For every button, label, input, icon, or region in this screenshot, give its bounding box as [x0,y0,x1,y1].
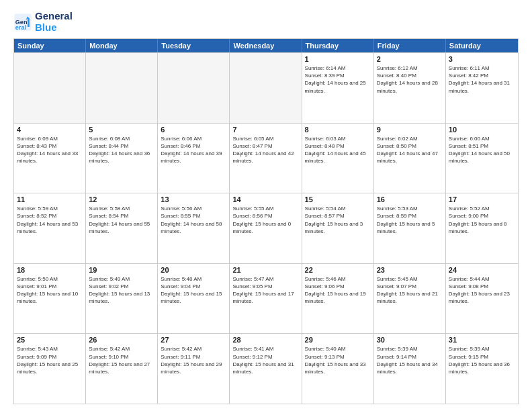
day-number: 28 [232,336,298,344]
cal-cell-20: 20Sunrise: 5:48 AMSunset: 9:04 PMDayligh… [158,264,230,334]
cal-header-thursday: Thursday [302,39,374,52]
day-number: 1 [305,55,371,63]
cal-row-0: 1Sunrise: 6:14 AMSunset: 8:39 PMDaylight… [14,52,518,123]
cal-cell-25: 25Sunrise: 5:43 AMSunset: 9:09 PMDayligh… [14,334,86,404]
day-number: 22 [305,266,371,274]
cal-cell-23: 23Sunrise: 5:45 AMSunset: 9:07 PMDayligh… [374,264,446,334]
cal-header-wednesday: Wednesday [230,39,302,52]
cal-cell-10: 10Sunrise: 6:00 AMSunset: 8:51 PMDayligh… [446,124,518,193]
cal-header-saturday: Saturday [446,39,518,52]
cal-row-4: 25Sunrise: 5:43 AMSunset: 9:09 PMDayligh… [14,333,518,404]
calendar: SundayMondayTuesdayWednesdayThursdayFrid… [13,38,519,404]
day-info: Sunrise: 5:42 AMSunset: 9:10 PMDaylight:… [89,345,154,375]
cal-header-monday: Monday [86,39,158,52]
day-info: Sunrise: 5:40 AMSunset: 9:13 PMDaylight:… [305,345,371,375]
day-number: 15 [305,195,371,203]
day-info: Sunrise: 5:44 AMSunset: 9:08 PMDaylight:… [449,275,515,306]
day-number: 31 [449,336,515,344]
day-info: Sunrise: 5:47 AMSunset: 9:05 PMDaylight:… [232,275,298,306]
day-number: 8 [305,126,371,134]
day-info: Sunrise: 6:12 AMSunset: 8:40 PMDaylight:… [377,64,443,95]
day-number: 26 [89,336,154,344]
day-info: Sunrise: 5:54 AMSunset: 8:57 PMDaylight:… [305,205,371,235]
day-info: Sunrise: 6:08 AMSunset: 8:44 PMDaylight:… [89,135,154,165]
logo: Gen eral General Blue [13,11,73,33]
cal-cell-empty-1 [86,53,158,123]
cal-cell-8: 8Sunrise: 6:03 AMSunset: 8:48 PMDaylight… [302,124,374,193]
day-info: Sunrise: 5:59 AMSunset: 8:52 PMDaylight:… [17,205,83,235]
cal-header-tuesday: Tuesday [158,39,230,52]
day-number: 11 [17,195,83,203]
cal-cell-26: 26Sunrise: 5:42 AMSunset: 9:10 PMDayligh… [86,334,158,404]
cal-cell-5: 5Sunrise: 6:08 AMSunset: 8:44 PMDaylight… [86,124,158,193]
cal-cell-27: 27Sunrise: 5:42 AMSunset: 9:11 PMDayligh… [158,334,230,404]
day-info: Sunrise: 5:48 AMSunset: 9:04 PMDaylight:… [161,275,226,306]
cal-cell-3: 3Sunrise: 6:11 AMSunset: 8:42 PMDaylight… [446,53,518,123]
day-number: 2 [377,55,443,63]
cal-header-sunday: Sunday [14,39,86,52]
day-number: 19 [89,266,154,274]
logo-text: General Blue [35,11,73,33]
day-info: Sunrise: 5:39 AMSunset: 9:15 PMDaylight:… [449,345,515,375]
day-number: 13 [161,195,226,203]
day-number: 16 [377,195,443,203]
day-number: 14 [232,195,298,203]
day-number: 10 [449,126,515,134]
day-number: 5 [89,126,154,134]
logo-icon: Gen eral [13,13,32,32]
day-number: 6 [161,126,226,134]
cal-row-2: 11Sunrise: 5:59 AMSunset: 8:52 PMDayligh… [14,193,518,263]
cal-cell-13: 13Sunrise: 5:56 AMSunset: 8:55 PMDayligh… [158,193,230,263]
day-number: 27 [161,336,226,344]
day-info: Sunrise: 5:41 AMSunset: 9:12 PMDaylight:… [232,345,298,375]
day-info: Sunrise: 6:02 AMSunset: 8:50 PMDaylight:… [377,135,443,165]
cal-cell-empty-3 [230,53,302,123]
cal-cell-24: 24Sunrise: 5:44 AMSunset: 9:08 PMDayligh… [446,264,518,334]
cal-cell-empty-0 [14,53,86,123]
day-info: Sunrise: 5:56 AMSunset: 8:55 PMDaylight:… [161,205,226,235]
day-number: 9 [377,126,443,134]
cal-cell-12: 12Sunrise: 5:58 AMSunset: 8:54 PMDayligh… [86,193,158,263]
day-number: 24 [449,266,515,274]
day-number: 17 [449,195,515,203]
day-number: 7 [232,126,298,134]
day-info: Sunrise: 5:49 AMSunset: 9:02 PMDaylight:… [89,275,154,306]
cal-cell-16: 16Sunrise: 5:53 AMSunset: 8:59 PMDayligh… [374,193,446,263]
day-number: 29 [305,336,371,344]
cal-cell-19: 19Sunrise: 5:49 AMSunset: 9:02 PMDayligh… [86,264,158,334]
day-info: Sunrise: 5:58 AMSunset: 8:54 PMDaylight:… [89,205,154,235]
cal-cell-17: 17Sunrise: 5:52 AMSunset: 9:00 PMDayligh… [446,193,518,263]
svg-text:eral: eral [15,24,26,30]
day-info: Sunrise: 6:03 AMSunset: 8:48 PMDaylight:… [305,135,371,165]
day-number: 23 [377,266,443,274]
cal-cell-14: 14Sunrise: 5:55 AMSunset: 8:56 PMDayligh… [230,193,302,263]
cal-cell-28: 28Sunrise: 5:41 AMSunset: 9:12 PMDayligh… [230,334,302,404]
cal-cell-31: 31Sunrise: 5:39 AMSunset: 9:15 PMDayligh… [446,334,518,404]
cal-cell-6: 6Sunrise: 6:06 AMSunset: 8:46 PMDaylight… [158,124,230,193]
day-info: Sunrise: 6:09 AMSunset: 8:43 PMDaylight:… [17,135,83,165]
day-number: 30 [377,336,443,344]
day-info: Sunrise: 5:50 AMSunset: 9:01 PMDaylight:… [17,275,83,306]
cal-header-friday: Friday [374,39,446,52]
cal-cell-22: 22Sunrise: 5:46 AMSunset: 9:06 PMDayligh… [302,264,374,334]
cal-cell-30: 30Sunrise: 5:39 AMSunset: 9:14 PMDayligh… [374,334,446,404]
day-info: Sunrise: 6:00 AMSunset: 8:51 PMDaylight:… [449,135,515,165]
calendar-header: SundayMondayTuesdayWednesdayThursdayFrid… [14,39,518,52]
day-info: Sunrise: 5:53 AMSunset: 8:59 PMDaylight:… [377,205,443,235]
day-info: Sunrise: 6:14 AMSunset: 8:39 PMDaylight:… [305,64,371,95]
header: Gen eral General Blue [13,11,519,33]
page: Gen eral General Blue SundayMondayTuesda… [0,0,532,411]
day-info: Sunrise: 6:11 AMSunset: 8:42 PMDaylight:… [449,64,515,95]
cal-cell-4: 4Sunrise: 6:09 AMSunset: 8:43 PMDaylight… [14,124,86,193]
cal-cell-29: 29Sunrise: 5:40 AMSunset: 9:13 PMDayligh… [302,334,374,404]
day-info: Sunrise: 6:06 AMSunset: 8:46 PMDaylight:… [161,135,226,165]
day-info: Sunrise: 5:52 AMSunset: 9:00 PMDaylight:… [449,205,515,235]
day-number: 25 [17,336,83,344]
day-number: 3 [449,55,515,63]
day-info: Sunrise: 5:43 AMSunset: 9:09 PMDaylight:… [17,345,83,375]
calendar-body: 1Sunrise: 6:14 AMSunset: 8:39 PMDaylight… [14,52,518,404]
day-info: Sunrise: 5:46 AMSunset: 9:06 PMDaylight:… [305,275,371,306]
cal-cell-11: 11Sunrise: 5:59 AMSunset: 8:52 PMDayligh… [14,193,86,263]
cal-cell-2: 2Sunrise: 6:12 AMSunset: 8:40 PMDaylight… [374,53,446,123]
day-number: 18 [17,266,83,274]
